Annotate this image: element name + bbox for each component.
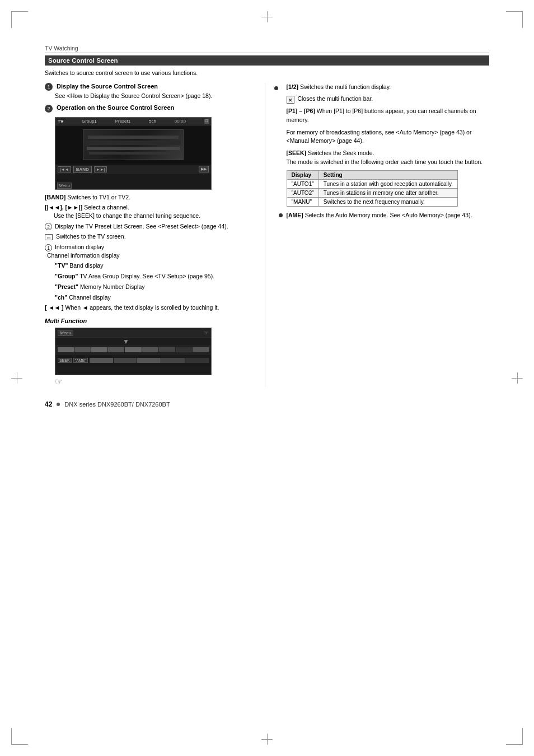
tv-preset: Preset1 xyxy=(115,119,131,124)
mf-ame-label: "AME" xyxy=(73,358,88,363)
info-circle-item: 1 Information display Channel informatio… xyxy=(45,243,248,259)
mf-close-icon: ☞ xyxy=(203,329,209,337)
multi-function-screen: Menu ☞ ▼ xyxy=(55,328,212,375)
footer-bullet xyxy=(57,403,60,406)
mf-bottom-bar-4 xyxy=(161,358,185,363)
section-subtitle: Switches to source control screen to use… xyxy=(45,69,489,77)
rc-close-icon: ✕ xyxy=(287,96,294,104)
corner-mark-bl xyxy=(11,728,28,745)
rc-p1p6-item: [P1] – [P6] When [P1] to [P6] buttons ap… xyxy=(287,107,490,125)
rc-ame-key: [AME] xyxy=(287,212,303,218)
step1-number: 1 xyxy=(45,83,53,91)
category-label: TV Watching xyxy=(45,45,78,52)
scroll-item: [ ◄◄ ] When ◄ appears, the text display … xyxy=(45,304,248,312)
mf-bar-8 xyxy=(176,347,192,352)
crosshair-left xyxy=(11,372,22,384)
crosshair-right xyxy=(512,372,523,384)
seek-table-row-auto2: "AUTO2" Tunes in stations in memory one … xyxy=(287,188,458,197)
tv-label-desc: Band display xyxy=(69,262,103,269)
rc-seek-key: [SEEK] xyxy=(287,150,307,156)
right-column: [1/2] Switches the multi function displa… xyxy=(282,83,490,387)
step-1: 1 Display the Source Control Screen See … xyxy=(45,83,248,100)
tv-btn-band: BAND xyxy=(73,166,92,173)
tv-top-bar: TV Group1 Preset1 5ch 00:00 □ xyxy=(55,118,211,125)
preset-label-key: "Preset" xyxy=(55,283,78,290)
preset-label-item: "Preset" Memory Number Display xyxy=(55,283,248,291)
step2-heading: Operation on the Source Control Screen xyxy=(57,104,174,111)
screen-icon-desc: Switches to the TV screen. xyxy=(56,233,126,240)
mf-bar-1 xyxy=(58,347,74,352)
rc-1-2-key: [1/2] xyxy=(287,83,299,90)
seek-table-row-manu: "MANU" Switches to the next frequency ma… xyxy=(287,197,458,206)
tv-group: Group1 xyxy=(82,119,97,124)
rc-p1p6-key: [P1] – [P6] xyxy=(287,108,315,114)
step2-number: 2 xyxy=(45,105,53,113)
circle2-item: 2 Display the TV Preset List Screen. See… xyxy=(45,222,248,231)
mf-bottom-bar-3 xyxy=(137,358,161,363)
ame-bullet xyxy=(279,213,283,217)
mf-bar-6 xyxy=(142,347,158,352)
ch-label-desc: Channel display xyxy=(69,294,111,301)
step1-description: See <How to Display the Source Control S… xyxy=(55,92,248,100)
step-2: 2 Operation on the Source Control Screen xyxy=(45,104,248,112)
tv-ch: 5ch xyxy=(149,119,156,124)
mf-arrow: ▼ xyxy=(55,338,211,345)
seek-buttons-desc: Select a channel. xyxy=(84,204,129,211)
seek-buttons-sub: Use the [SEEK] to change the channel tun… xyxy=(54,212,248,220)
tv-bottom-controls: |◄◄ BAND ►►| ▶▶ xyxy=(55,165,211,174)
page-footer: 42 DNX series DNX9260BT/ DNX7260BT xyxy=(45,398,489,408)
mf-menu-label: Menu xyxy=(58,330,73,336)
mf-bottom-bar-5 xyxy=(185,358,209,363)
mf-bottom-row: SEEK "AME" xyxy=(55,355,211,366)
mf-seek-label: SEEK xyxy=(58,358,72,363)
rc-ame-item: [AME] Selects the Auto Memory mode. See … xyxy=(287,211,490,220)
bullet-list: [BAND] Switches to TV1 or TV2. [|◄◄], [►… xyxy=(45,193,248,312)
seek-table-auto1-setting: Tunes in a station with good reception a… xyxy=(318,179,457,188)
mf-bottom-bar-1 xyxy=(90,358,113,363)
group-label-item: "Group" TV Area Group Display. See <TV S… xyxy=(55,272,248,281)
circle2-desc: Display the TV Preset List Screen. See <… xyxy=(55,223,228,230)
scroll-key: [ ◄◄ ] xyxy=(45,304,64,311)
multi-function-heading: Multi Function xyxy=(45,318,248,324)
page-number: 42 xyxy=(45,400,52,408)
tv-label-item: "TV" Band display xyxy=(55,262,248,270)
mf-bar-2 xyxy=(74,347,91,352)
corner-mark-br xyxy=(506,728,523,745)
tv-btn-extra: ▶▶ xyxy=(199,166,209,172)
seek-table: Display Setting "AUTO1" Tunes in a stati… xyxy=(287,170,458,207)
seek-table-manu-display: "MANU" xyxy=(287,197,318,206)
rc-seek-sub: The mode is switched in the following or… xyxy=(287,158,490,167)
rc-close-desc: Closes the multi function bar. xyxy=(297,95,373,102)
info-sub-items: "TV" Band display "Group" TV Area Group … xyxy=(55,262,248,301)
band-key: [BAND] xyxy=(45,194,65,200)
rc-1-2-item: [1/2] Switches the multi function displa… xyxy=(287,83,490,92)
mf-bottom-bar-2 xyxy=(114,358,137,363)
tv-main-area xyxy=(55,125,211,165)
page-container: TV Watching Source Control Screen Switch… xyxy=(0,0,534,756)
tv-btn-prev: |◄◄ xyxy=(58,166,71,172)
section-title: Source Control Screen xyxy=(48,57,118,64)
seek-table-row-auto1: "AUTO1" Tunes in a station with good rec… xyxy=(287,179,458,188)
seek-table-auto1-display: "AUTO1" xyxy=(287,179,318,188)
mf-bar-5 xyxy=(125,347,141,352)
rc-seek-item: [SEEK] Switches the Seek mode. The mode … xyxy=(287,149,490,167)
mf-bar-7 xyxy=(159,347,175,352)
rc-1-2-desc: Switches the multi function display. xyxy=(300,83,391,90)
right-col-bullet xyxy=(274,86,278,90)
tv-screen-mockup: TV Group1 Preset1 5ch 00:00 □ xyxy=(55,117,212,190)
step1-heading: Display the Source Control Screen xyxy=(57,83,158,90)
content-area: TV Watching Source Control Screen Switch… xyxy=(45,34,489,408)
mf-bar-4 xyxy=(108,347,124,352)
scroll-desc: When ◄ appears, the text display is scro… xyxy=(65,304,219,311)
seek-table-header-setting: Setting xyxy=(318,170,457,179)
info-circle-num: 1 xyxy=(45,244,52,251)
tv-label-key: "TV" xyxy=(55,262,68,269)
left-column: 1 Display the Source Control Screen See … xyxy=(45,83,248,387)
screen-icon-item: ▭ Switches to the TV screen. xyxy=(45,232,248,241)
mf-bars xyxy=(55,345,211,355)
tv-label: TV xyxy=(58,119,63,124)
corner-mark-tr xyxy=(506,11,523,28)
tv-icon-box: □ xyxy=(204,119,209,124)
seek-buttons-key: [|◄◄], [►►|] xyxy=(45,204,82,211)
crosshair-top xyxy=(261,11,273,22)
